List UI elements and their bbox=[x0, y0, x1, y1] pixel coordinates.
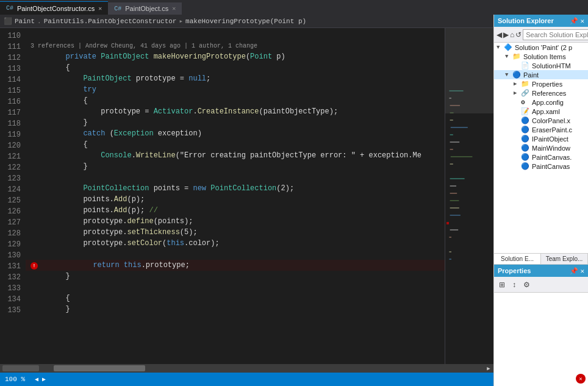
tab-close-1[interactable]: ✕ bbox=[98, 5, 102, 12]
tree-item[interactable]: ▼📁Solution Items bbox=[494, 52, 588, 61]
forward-btn[interactable]: ▶ bbox=[503, 29, 509, 40]
tab-label-2: PaintObject.cs bbox=[125, 5, 168, 12]
solution-explorer-title: Solution Explorer bbox=[498, 17, 554, 24]
tree-label: App.config bbox=[532, 99, 564, 106]
tree-icon: 📁 bbox=[512, 52, 522, 60]
breadcrumb: ⬛ Paint . PaintUtils.PaintObjectConstruc… bbox=[0, 15, 493, 28]
tree-label: Properties bbox=[532, 80, 562, 88]
tree-item[interactable]: ▼🔷Solution 'Paint' (2 p bbox=[494, 43, 588, 52]
panel-tab[interactable]: Team Explo... bbox=[541, 254, 588, 264]
code-line: { bbox=[26, 293, 445, 304]
close-panel-icon[interactable]: ✕ bbox=[580, 17, 584, 25]
tree-label: PaintCanvas bbox=[532, 163, 570, 170]
tree-icon: 🔵 bbox=[521, 126, 531, 134]
code-line: } bbox=[26, 161, 445, 172]
code-line: points.Add(p); bbox=[26, 194, 445, 205]
tree-icon: 🔵 bbox=[521, 116, 531, 124]
tree-item[interactable]: ▶📁Properties bbox=[494, 79, 588, 88]
tree-item[interactable]: 🔵EraserPaint.c bbox=[494, 125, 588, 134]
tree-icon: 📝 bbox=[521, 107, 531, 115]
panel-tab-bar: Solution E...Team Explo... bbox=[494, 253, 588, 264]
solution-tree[interactable]: ▼🔷Solution 'Paint' (2 p▼📁Solution Items📄… bbox=[494, 43, 588, 253]
tree-item[interactable]: 🔵PaintCanvas. bbox=[494, 152, 588, 162]
code-line: } bbox=[26, 304, 445, 315]
tab-close-2[interactable]: ✕ bbox=[172, 5, 176, 12]
tree-arrow[interactable]: ▼ bbox=[505, 54, 512, 60]
pin-icon[interactable]: 📌 bbox=[570, 17, 578, 25]
breadcrumb-method: makeHoveringPrototype(Point p) bbox=[185, 18, 306, 25]
code-line: } bbox=[26, 271, 445, 282]
tree-item[interactable]: 🔵ColorPanel.x bbox=[494, 116, 588, 125]
tree-icon: 🔵 bbox=[512, 71, 522, 79]
code-line: { bbox=[26, 139, 445, 150]
tree-item[interactable]: 📝App.xaml bbox=[494, 107, 588, 116]
code-line bbox=[26, 249, 445, 260]
tree-item[interactable]: 🔵PaintCanvas bbox=[494, 162, 588, 171]
tree-label: References bbox=[532, 90, 566, 97]
tree-item[interactable]: ⚙App.config bbox=[494, 98, 588, 107]
tab-paint-object-constructor[interactable]: C# PaintObjectConstructor.cs ✕ bbox=[0, 1, 108, 15]
code-line: ! return this.prototype; bbox=[26, 260, 445, 271]
solution-search-input[interactable] bbox=[523, 29, 588, 40]
code-line bbox=[26, 172, 445, 183]
horizontal-scrollbar[interactable]: ▶ bbox=[0, 364, 493, 373]
properties-panel: Properties 📌 ✕ ⊞ ↕ ⚙ bbox=[494, 264, 588, 386]
code-line: prototype.define(points); bbox=[26, 216, 445, 227]
tab-label-1: PaintObjectConstructor.cs bbox=[17, 5, 95, 12]
pin-icon-prop[interactable]: 📌 bbox=[570, 267, 578, 275]
scroll-left-indicator bbox=[2, 365, 39, 371]
code-line bbox=[26, 30, 445, 41]
solution-explorer-toolbar: ◀ ▶ ⌂ ↺ 🔍 bbox=[494, 27, 588, 43]
tree-icon: 🔵 bbox=[521, 162, 531, 170]
properties-header: Properties 📌 ✕ bbox=[494, 265, 588, 277]
tree-arrow[interactable]: ▼ bbox=[505, 72, 512, 78]
panel-tab[interactable]: Solution E... bbox=[494, 254, 541, 264]
tree-label: EraserPaint.c bbox=[532, 126, 572, 134]
properties-toolbar: ⊞ ↕ ⚙ bbox=[494, 277, 588, 293]
code-line: prototype = Activator.CreateInstance(pai… bbox=[26, 106, 445, 117]
tab-cs-icon: C# bbox=[6, 5, 13, 12]
tab-paint-object[interactable]: C# PaintObject.cs ✕ bbox=[108, 2, 182, 15]
tree-label: IPaintObject bbox=[532, 135, 568, 143]
properties-content bbox=[494, 293, 588, 386]
home-btn[interactable]: ⌂ bbox=[510, 29, 514, 40]
close-prop-icon[interactable]: ✕ bbox=[580, 267, 584, 275]
breadcrumb-project: Paint bbox=[15, 18, 35, 25]
code-line: PaintObject prototype = null; bbox=[26, 73, 445, 84]
tree-item[interactable]: 🔵MainWindow bbox=[494, 143, 588, 152]
tree-item[interactable]: 🔵IPaintObject bbox=[494, 134, 588, 143]
code-line: catch (Exception exception) bbox=[26, 128, 445, 139]
tree-icon: 📄 bbox=[521, 62, 531, 70]
tree-arrow[interactable]: ▶ bbox=[514, 90, 521, 96]
prop-page-btn[interactable]: ⚙ bbox=[521, 279, 532, 290]
breadcrumb-file: PaintUtils.PaintObjectConstructor bbox=[44, 18, 177, 25]
prop-sort-btn[interactable]: ↕ bbox=[509, 279, 520, 290]
sync-btn[interactable]: ↺ bbox=[515, 29, 522, 40]
tree-icon: ⚙ bbox=[521, 98, 531, 106]
code-line: { bbox=[26, 95, 445, 106]
scroll-thumb[interactable] bbox=[54, 365, 145, 371]
code-editor[interactable]: 3 references | Andrew Cheung, 41 days ag… bbox=[26, 28, 445, 364]
solution-explorer-header: Solution Explorer 📌 ✕ bbox=[494, 15, 588, 27]
properties-title: Properties bbox=[498, 267, 531, 274]
zoom-level[interactable]: 100 % bbox=[5, 376, 25, 383]
tree-label: App.xaml bbox=[532, 108, 560, 115]
code-line: points.Add(p); // bbox=[26, 205, 445, 216]
tree-icon: 📁 bbox=[521, 80, 531, 88]
tree-item[interactable]: 📄SolutionHTM bbox=[494, 61, 588, 70]
scroll-right-btn[interactable]: ▶ bbox=[484, 364, 493, 373]
back-btn[interactable]: ◀ bbox=[497, 29, 502, 40]
prop-grid-btn[interactable]: ⊞ bbox=[497, 279, 507, 290]
tree-item[interactable]: ▶🔗References bbox=[494, 88, 588, 98]
tree-label: MainWindow bbox=[532, 145, 570, 152]
minimap[interactable] bbox=[445, 28, 493, 364]
tree-arrow[interactable]: ▶ bbox=[514, 80, 521, 87]
tree-item[interactable]: ▼🔵Paint bbox=[494, 70, 588, 79]
tree-icon: 🔵 bbox=[521, 153, 531, 161]
tree-label: ColorPanel.x bbox=[532, 117, 570, 124]
tree-label: Solution 'Paint' (2 p bbox=[515, 44, 572, 51]
code-line: try bbox=[26, 84, 445, 95]
tree-arrow[interactable]: ▼ bbox=[497, 45, 504, 51]
code-line bbox=[26, 315, 445, 326]
tab-cs-icon-2: C# bbox=[114, 5, 121, 12]
